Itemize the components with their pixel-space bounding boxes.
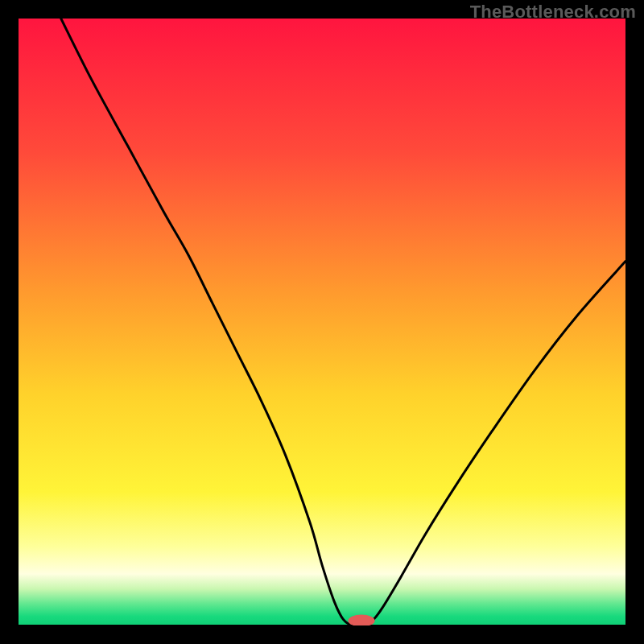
plot-area [19,19,625,625]
bottleneck-chart [19,19,625,625]
chart-frame: TheBottleneck.com [0,0,644,644]
gradient-background [19,19,625,625]
